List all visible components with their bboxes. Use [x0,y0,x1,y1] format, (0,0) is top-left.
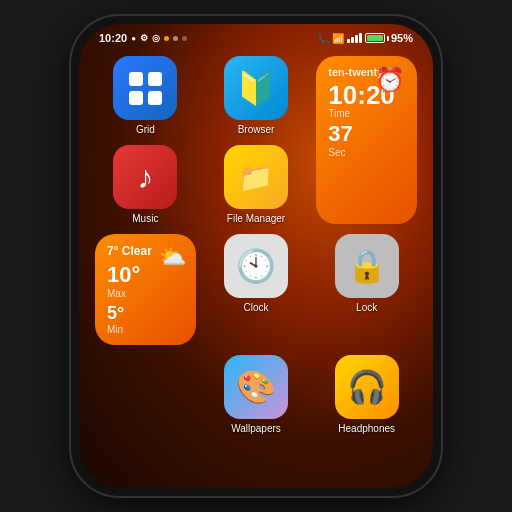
weather-min-temp: 5° [107,303,184,324]
wallpapers-app-icon[interactable]: 🎨 Wallpapers [206,355,307,434]
clock-sec-label: Sec [328,147,405,158]
do-not-disturb-icon: ◎ [152,33,160,43]
bar4 [359,33,362,43]
clock-app-icon[interactable]: 🕙 Clock [206,234,307,345]
filemanager-app-icon[interactable]: 📁 File Manager [206,145,307,224]
browser-app-label: Browser [238,124,275,135]
headphones-app-label: Headphones [338,423,395,434]
phone-frame: 10:20 ● ⚙ ◎ 📞 📶 [71,16,441,496]
battery-fill [367,35,383,41]
status-bar: 10:20 ● ⚙ ◎ 📞 📶 [79,24,433,48]
signal-dot: ● [131,34,136,43]
grid-app-icon[interactable] [113,56,177,120]
lock-app-icon[interactable]: 🔒 Lock [316,234,417,345]
clock-icon-img[interactable]: 🕙 [224,234,288,298]
alarm-icon: ⏰ [375,66,405,94]
browser-icon-img[interactable]: 🔰 [224,56,288,120]
grid-svg [115,58,176,119]
battery-rect [365,33,385,43]
wifi-status-icon: 📶 [332,33,344,44]
wallpapers-app-label: Wallpapers [231,423,281,434]
weather-max-label: Max [107,288,184,299]
bar3 [355,35,358,43]
weather-max-temp: 10° [107,262,140,288]
battery-nub [387,36,389,41]
wifi-icon: ⚙ [140,33,148,43]
dot2 [173,36,178,41]
weather-sun-icon: ⛅ [159,244,186,270]
music-app-icon[interactable]: ♪ Music [95,145,196,224]
browser-app-icon[interactable]: 🔰 Browser [206,56,307,135]
clock-app-label: Clock [243,302,268,313]
notification-dot [164,36,169,41]
dot3 [182,36,187,41]
clock-widget-sec: 37 [328,121,405,147]
headphones-icon-img[interactable]: 🎧 [335,355,399,419]
battery-indicator: 95% [365,32,413,44]
music-icon-img[interactable]: ♪ [113,145,177,209]
bar1 [347,39,350,43]
phone-screen: 10:20 ● ⚙ ◎ 📞 📶 [79,24,433,488]
weather-min-label: Min [107,324,184,335]
clock-widget[interactable]: ten-twenty 10:20 Time 37 Sec ⏰ [316,56,417,224]
time-display: 10:20 [99,32,127,44]
grid-app-label: Grid [136,124,155,135]
app-grid: Grid 🔰 Browser ten-twenty 10:20 Time 37 … [79,48,433,442]
filemanager-app-label: File Manager [227,213,285,224]
bar2 [351,37,354,43]
headphones-app-icon[interactable]: 🎧 Headphones [316,355,417,434]
lock-app-label: Lock [356,302,377,313]
weather-widget[interactable]: 7° Clear 10° Max 5° Min ⛅ [95,234,196,345]
app-grid-icon[interactable]: Grid [95,56,196,135]
filemanager-icon-img[interactable]: 📁 [224,145,288,209]
wallpapers-icon-img[interactable]: 🎨 [224,355,288,419]
lock-icon-img[interactable]: 🔒 [335,234,399,298]
phone-icon: 📞 [317,33,329,44]
signal-bars [347,33,362,43]
music-app-label: Music [132,213,158,224]
clock-time-label: Time [328,108,405,119]
battery-pct: 95% [391,32,413,44]
